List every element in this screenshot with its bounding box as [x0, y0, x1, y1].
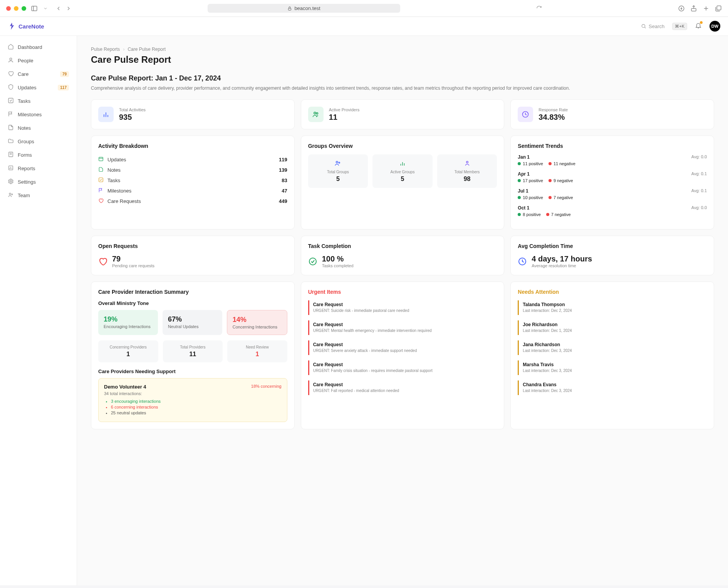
tone-label: Encouraging Interactions: [104, 324, 153, 329]
provider-sub: 34 total interactions:: [104, 391, 282, 396]
negative-pill: 11 negative: [549, 161, 575, 166]
item-title: Care Request: [313, 382, 497, 387]
sidebar-item-label: Notes: [18, 125, 31, 131]
stat-activities: Total Activities 935: [91, 99, 295, 129]
tabs-icon[interactable]: [715, 5, 722, 12]
support-title: Care Providers Needing Support: [98, 369, 287, 374]
download-icon[interactable]: [678, 5, 685, 12]
activity-breakdown-card: Activity Breakdown Updates119Notes139Tas…: [91, 136, 295, 230]
avg-completion-card: Avg Completion Time 4 days, 17 hours Ave…: [510, 236, 714, 275]
attention-item[interactable]: Chandra EvansLast interaction: Dec 3, 20…: [518, 380, 707, 395]
sidebar-item-milestones[interactable]: Milestones: [4, 108, 73, 121]
folder-icon: [8, 138, 14, 145]
support-line: 3 encouraging interactions: [111, 399, 282, 404]
close-window-icon[interactable]: [6, 6, 11, 11]
sidebar-item-care[interactable]: Care79: [4, 67, 73, 81]
avatar[interactable]: DW: [710, 21, 720, 32]
team-icon: [8, 192, 14, 199]
sidebar-item-notes[interactable]: Notes: [4, 121, 73, 135]
forward-icon[interactable]: [65, 5, 72, 12]
sidebar-item-tasks[interactable]: Tasks: [4, 94, 73, 108]
card-title: Needs Attention: [518, 289, 707, 295]
sidebar-item-people[interactable]: People: [4, 54, 73, 67]
item-title: Care Request: [313, 342, 497, 347]
search-input[interactable]: Search: [638, 22, 668, 31]
group-label: Total Groups: [311, 170, 365, 174]
file-icon: [8, 124, 14, 132]
flag-icon: [8, 111, 14, 118]
url-bar[interactable]: beacon.test: [208, 4, 400, 13]
sentiment-item: Oct 1Avg: 0.08 positive7 negative: [518, 205, 707, 217]
support-line: 6 concerning interactions: [111, 405, 282, 409]
stat-value: 11: [329, 113, 359, 122]
item-sub: Last interaction: Dec 1, 2024: [523, 328, 707, 333]
metric-value: 100 %: [322, 255, 354, 263]
item-sub: URGENT: Mental health emergency - immedi…: [313, 328, 497, 333]
attention-item[interactable]: Joe RichardsonLast interaction: Dec 1, 2…: [518, 320, 707, 335]
card-title: Activity Breakdown: [98, 143, 287, 149]
back-icon[interactable]: [55, 5, 62, 12]
group-box: Total Members98: [437, 154, 497, 188]
notification-bell[interactable]: [695, 22, 702, 30]
logo[interactable]: CareNote: [8, 22, 44, 30]
stat-label: Active Providers: [329, 107, 359, 112]
urgent-item[interactable]: Care RequestURGENT: Mental health emerge…: [308, 320, 497, 335]
dot-icon: [549, 179, 552, 182]
urgent-item[interactable]: Care RequestURGENT: Severe anxiety attac…: [308, 340, 497, 355]
sidebar-item-reports[interactable]: Reports: [4, 162, 73, 175]
support-line: 25 neutral updates: [111, 410, 282, 415]
sidebar-item-settings[interactable]: Settings: [4, 175, 73, 189]
reload-icon[interactable]: [536, 5, 542, 11]
attention-item[interactable]: Talanda ThompsonLast interaction: Dec 2,…: [518, 300, 707, 315]
card-title: Avg Completion Time: [518, 243, 707, 249]
sidebar-item-forms[interactable]: Forms: [4, 148, 73, 162]
sidebar-item-groups[interactable]: Groups: [4, 135, 73, 148]
item-sub: Last interaction: Dec 3, 2024: [523, 388, 707, 394]
dot-icon: [518, 213, 521, 216]
sentiment-date: Oct 1: [518, 205, 529, 211]
metric-sub: Pending care requests: [112, 263, 154, 268]
card-title: Sentiment Trends: [518, 143, 707, 149]
urgent-item[interactable]: Care RequestURGENT: Suicide risk - immed…: [308, 300, 497, 315]
sidebar-toggle-icon[interactable]: [31, 5, 38, 12]
browser-chrome: beacon.test: [0, 0, 728, 17]
provider-support-card: Demo Volunteer 4 18% concerning 34 total…: [98, 378, 287, 422]
attention-item[interactable]: Marsha TravisLast interaction: Dec 3, 20…: [518, 360, 707, 375]
item-title: Care Request: [313, 362, 497, 367]
svg-rect-2: [289, 8, 291, 10]
sentiment-avg: Avg: 0.1: [691, 188, 707, 194]
new-tab-icon[interactable]: [703, 5, 710, 12]
urgent-item[interactable]: Care RequestURGENT: Fall reported - medi…: [308, 380, 497, 395]
metric-sub: Average resolution time: [532, 263, 592, 268]
sidebar-item-team[interactable]: Team: [4, 189, 73, 202]
provider-stat-label: Need Review: [232, 345, 283, 349]
check-icon: [8, 97, 14, 105]
sidebar-item-updates[interactable]: Updates117: [4, 81, 73, 94]
attention-item[interactable]: Jana RichardsonLast interaction: Dec 3, …: [518, 340, 707, 355]
breadcrumb-root[interactable]: Pulse Reports: [91, 47, 120, 52]
breakdown-label: Notes: [107, 167, 275, 173]
sentiment-date: Jan 1: [518, 154, 530, 160]
breakdown-label: Tasks: [107, 178, 278, 183]
app-header: CareNote Search ⌘+K DW: [0, 17, 728, 36]
sidebar-item-dashboard[interactable]: Dashboard: [4, 40, 73, 54]
share-icon[interactable]: [690, 5, 697, 12]
sidebar-badge: 117: [58, 85, 69, 90]
positive-pill: 11 positive: [518, 161, 543, 166]
minimize-window-icon[interactable]: [14, 6, 18, 11]
sentiment-item: Jan 1Avg: 0.011 positive11 negative: [518, 154, 707, 166]
dot-icon: [549, 196, 552, 199]
group-box: Active Groups5: [372, 154, 433, 188]
chevron-down-icon[interactable]: [43, 6, 48, 11]
tone-label: Neutral Updates: [168, 324, 217, 329]
breakdown-label: Updates: [107, 157, 275, 162]
breakdown-value: 139: [279, 167, 287, 173]
breadcrumb-current: Care Pulse Report: [127, 47, 166, 52]
shield-icon: [8, 84, 14, 91]
maximize-window-icon[interactable]: [22, 6, 26, 11]
item-title: Marsha Travis: [523, 362, 707, 367]
urgent-item[interactable]: Care RequestURGENT: Family crisis situat…: [308, 360, 497, 375]
chart-bar-icon: [98, 107, 114, 122]
metric-sub: Tasks completed: [322, 263, 354, 268]
card-title: Open Requests: [98, 243, 287, 249]
